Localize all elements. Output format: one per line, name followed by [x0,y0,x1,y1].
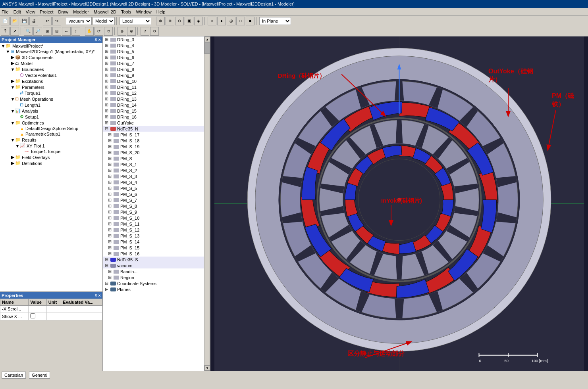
tb22[interactable]: ⊛ [118,27,126,36]
expand-icon[interactable]: ⊞ [105,96,110,102]
expand-icon[interactable]: ▼ [1,44,6,48]
tree-defaultxplorer[interactable]: ▲ DefaultDesignXplorerSetup [0,126,102,131]
mid-pms1[interactable]: ⊞PM_S_1 [103,161,204,167]
tree-model[interactable]: ▶ 🗂 Model [0,60,102,66]
expand-icon[interactable]: ⊞ [108,275,114,280]
expand-icon[interactable]: ⊞ [108,162,114,167]
tree-excitations[interactable]: ▶ 📁 Excitations [0,78,102,84]
expand-icon[interactable]: ⊞ [108,156,114,161]
expand-icon[interactable]: ⊞ [105,67,110,72]
tb10[interactable]: ■ [246,17,254,25]
expand-icon[interactable]: ⊞ [105,37,110,42]
expand-icon[interactable]: ⊞ [108,203,114,209]
mid-pms3[interactable]: ⊞PM_S_3 [103,173,204,179]
mid-dring11[interactable]: ⊞DRing_11 [103,84,204,90]
mid-coordsys[interactable]: ⊟ Coordinate Systems [103,280,204,286]
tree-parametricsetup[interactable]: ▲ ParametricSetup1 [0,131,102,137]
tb25[interactable]: ↻ [150,27,159,36]
expand-icon[interactable]: ▶ [10,79,15,84]
undo-btn[interactable]: ↩ [43,17,52,25]
expand-icon[interactable]: ▼ [10,85,15,90]
open-btn[interactable]: 📂 [10,17,19,25]
mid-dring6[interactable]: ⊞DRing_6 [103,54,204,60]
expand-icon[interactable]: ▶ [10,55,15,60]
menu-file[interactable]: File [2,10,9,14]
mid-planes[interactable]: ▶ Planes [103,286,204,292]
expand-icon[interactable]: ⊞ [108,245,114,250]
canvas-area[interactable]: 0 50 100 [mm] DRing（硅钢片） OutYoke（硅钢片） PM… [210,36,588,371]
coord-dropdown[interactable]: Local [120,17,151,25]
tb1[interactable]: ⊕ [156,17,165,25]
expand-icon[interactable]: ▶ [10,155,15,160]
project-manager-pin[interactable]: # × [94,37,101,42]
prop-value[interactable] [29,312,46,320]
tb12[interactable]: ↗ [10,27,19,36]
expand-icon[interactable]: ⊟ [105,263,110,268]
tree-maxwellproject[interactable]: ▼ 📁 MaxwellProject* [0,43,102,49]
tb2[interactable]: ⊗ [166,17,174,25]
scroll-track[interactable] [204,42,210,365]
menu-edit[interactable]: Edit [13,10,21,14]
mid-dring7[interactable]: ⊞DRing_7 [103,60,204,66]
tb13[interactable]: 🔍 [24,27,33,36]
expand-icon[interactable]: ⊞ [108,186,114,191]
mid-vacuum[interactable]: ⊟ vacuum [103,263,204,268]
mid-pms18[interactable]: ⊞PM_S_18 [103,138,204,144]
tree-torquetrace[interactable]: 〰 Torque1.Torque [0,149,102,154]
tree-vectorpotential[interactable]: ⬡ VectorPotential1 [0,72,102,78]
mid-pms13[interactable]: ⊞PM_S_13 [103,233,204,239]
mid-outyoke[interactable]: ⊞OutYoke [103,120,204,126]
mid-dring12[interactable]: ⊞DRing_12 [103,90,204,96]
mid-ndfe35n[interactable]: ⊟ NdFe35_N [103,126,204,132]
mid-pms8[interactable]: ⊞PM_S_8 [103,203,204,209]
expand-icon[interactable]: ⊞ [108,180,114,185]
mid-dring8[interactable]: ⊞DRing_8 [103,66,204,72]
expand-icon[interactable]: ▼ [6,49,10,54]
mid-pms16[interactable]: ⊞PM_S_16 [103,251,204,257]
mid-pms12[interactable]: ⊞PM_S_12 [103,227,204,233]
tree-definitions[interactable]: ▶ 📁 Definitions [0,160,102,166]
tb4[interactable]: ▣ [185,17,193,25]
expand-icon[interactable]: ⊟ [105,126,110,131]
mid-dring14[interactable]: ⊞DRing_14 [103,102,204,108]
mid-dring10[interactable]: ⊞DRing_10 [103,78,204,84]
tb24[interactable]: ↺ [141,27,149,36]
menu-help[interactable]: Help [156,10,166,14]
parts-tree[interactable]: ⊞DRing_3 ⊞DRing_4 ⊞DRing_5 ⊞DRing_6 ⊞DRi… [103,36,204,371]
middle-scrollbar[interactable]: ▲ ▼ [204,36,210,371]
menu-tools[interactable]: Tools [121,10,131,14]
mid-dring5[interactable]: ⊞DRing_5 [103,48,204,54]
show-x-checkbox[interactable] [30,313,35,318]
mid-pms9[interactable]: ⊞PM_S_9 [103,209,204,215]
expand-icon[interactable]: ⊞ [108,251,114,256]
tree-optimetrics[interactable]: ▼ 📁 Optimetrics [0,120,102,126]
tree-meshops[interactable]: ▼ ⊞ Mesh Operations [0,96,102,102]
mid-dring16[interactable]: ⊞DRing_16 [103,114,204,120]
mid-region[interactable]: ⊞Region [103,274,204,280]
tree-3dcomponents[interactable]: ▶ 📦 3D Components [0,54,102,60]
menu-view[interactable]: View [26,10,35,14]
expand-icon[interactable]: ⊞ [108,174,114,179]
tb11[interactable]: ? [1,27,10,36]
expand-icon[interactable]: ⊞ [108,150,114,155]
expand-icon[interactable]: ⊞ [108,233,114,238]
tb21[interactable]: ⟲ [104,27,113,36]
material-dropdown[interactable]: vacuum [66,17,92,25]
tree-setup1[interactable]: ⚙ Setup1 [0,114,102,120]
mid-dring4[interactable]: ⊞DRing_4 [103,42,204,48]
menu-draw[interactable]: Draw [58,10,69,14]
tb6[interactable]: ○ [208,17,216,25]
expand-icon[interactable]: ⊟ [105,257,110,262]
redo-btn[interactable]: ↪ [52,17,61,25]
new-btn[interactable]: 📄 [1,17,10,25]
mid-dring13[interactable]: ⊞DRing_13 [103,96,204,102]
mid-pms20[interactable]: ⊞PM_S_20 [103,149,204,155]
expand-icon[interactable]: ▼ [15,144,20,148]
tb7[interactable]: ● [217,17,226,25]
mid-pms2[interactable]: ⊞PM_S_2 [103,167,204,173]
expand-icon[interactable]: ⊞ [108,197,114,203]
expand-icon[interactable]: ⊞ [108,138,114,143]
mid-pms17[interactable]: ⊞PM_S_17 [103,132,204,138]
expand-icon[interactable]: ⊞ [108,215,114,220]
expand-icon[interactable]: ⊞ [105,79,110,84]
